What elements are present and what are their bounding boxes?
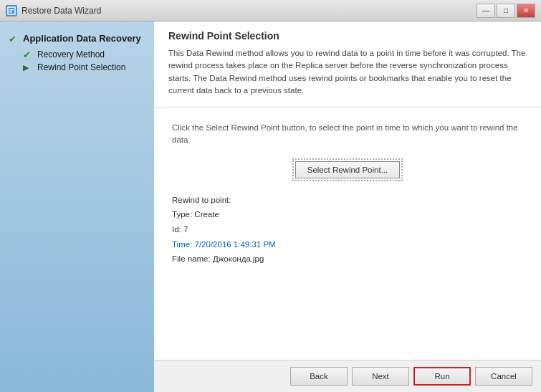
check-icon-recovery: ✔ <box>23 49 33 59</box>
next-button[interactable]: Next <box>352 367 409 386</box>
check-icon: ✔ <box>9 34 19 44</box>
run-button[interactable]: Run <box>413 367 471 386</box>
file-label: File name: Джоконда.jpg <box>172 252 523 267</box>
svg-rect-1 <box>9 9 14 11</box>
window-title: Restore Data Wizard <box>21 6 101 16</box>
sidebar-item-recovery-method[interactable]: ✔ Recovery Method <box>23 48 145 61</box>
type-label: Type: Create <box>172 207 523 222</box>
rewind-label: Rewind to point: <box>172 193 523 208</box>
sidebar-sub-label-rewind: Rewind Point Selection <box>37 62 125 72</box>
select-rewind-point-button[interactable]: Select Rewind Point... <box>295 161 401 178</box>
main-window: ✔ Application Data Recovery ✔ Recovery M… <box>0 21 541 392</box>
sidebar-main-label: Application Data Recovery <box>23 33 141 44</box>
sidebar: ✔ Application Data Recovery ✔ Recovery M… <box>0 21 154 392</box>
maximize-button[interactable]: □ <box>497 4 515 18</box>
arrow-icon-rewind: ▶ <box>23 62 33 72</box>
time-label: Time: 7/20/2016 1:49:31 PM <box>172 237 523 252</box>
bottom-bar: Back Next Run Cancel <box>154 360 541 392</box>
sidebar-sub-items: ✔ Recovery Method ▶ Rewind Point Selecti… <box>9 48 145 74</box>
sidebar-sub-label-recovery: Recovery Method <box>37 49 105 59</box>
rewind-info: Rewind to point: Type: Create Id: 7 Time… <box>172 193 523 267</box>
section-description: This Data Rewind method allows you to re… <box>168 47 527 97</box>
minimize-button[interactable]: — <box>477 4 495 18</box>
section-title: Rewind Point Selection <box>168 30 527 42</box>
svg-rect-2 <box>9 11 12 13</box>
cancel-button[interactable]: Cancel <box>475 367 532 386</box>
sidebar-item-rewind-point[interactable]: ▶ Rewind Point Selection <box>23 61 145 74</box>
svg-rect-0 <box>8 7 15 14</box>
sidebar-main-item: ✔ Application Data Recovery <box>9 33 145 44</box>
back-button[interactable]: Back <box>290 367 348 386</box>
content-body: Click the Select Rewind Point button, to… <box>154 107 541 360</box>
title-bar-left: Restore Data Wizard <box>6 5 101 16</box>
content-header: Rewind Point Selection This Data Rewind … <box>154 21 541 107</box>
id-label: Id: 7 <box>172 222 523 237</box>
content-panel: Rewind Point Selection This Data Rewind … <box>154 21 541 360</box>
content-area: Rewind Point Selection This Data Rewind … <box>154 21 541 392</box>
sidebar-section: ✔ Application Data Recovery ✔ Recovery M… <box>9 33 145 74</box>
select-btn-container: Select Rewind Point... <box>172 161 523 178</box>
close-button[interactable]: ✕ <box>517 4 535 18</box>
instruction-text: Click the Select Rewind Point button, to… <box>172 122 523 147</box>
app-icon <box>6 5 17 16</box>
title-bar: Restore Data Wizard — □ ✕ <box>0 0 541 21</box>
window-controls: — □ ✕ <box>477 4 535 18</box>
